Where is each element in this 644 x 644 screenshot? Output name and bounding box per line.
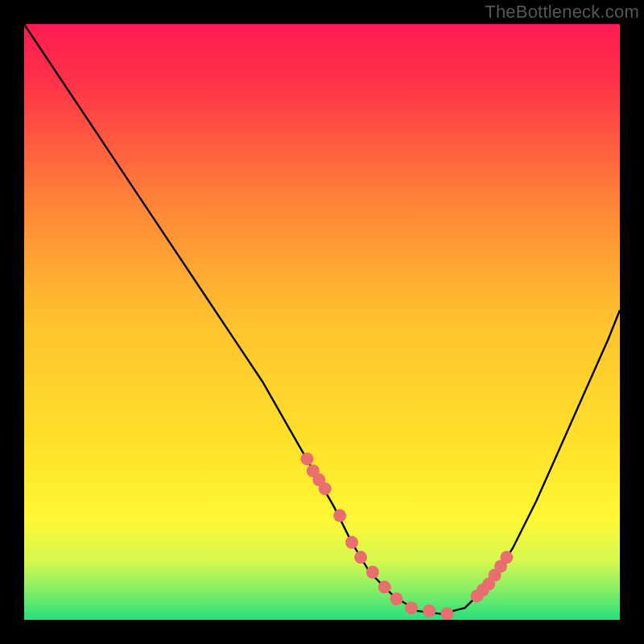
data-dot	[390, 592, 403, 605]
data-dot	[301, 452, 314, 465]
chart-frame: TheBottleneck.com	[0, 0, 644, 644]
data-dot	[440, 608, 453, 620]
data-dot	[354, 551, 367, 564]
chart-svg	[24, 24, 620, 620]
data-dot	[333, 510, 346, 522]
data-dot	[423, 605, 436, 617]
data-dot	[378, 580, 391, 593]
data-dot	[319, 482, 332, 495]
data-dot	[405, 601, 418, 614]
data-dot	[500, 551, 513, 564]
data-dot	[366, 566, 379, 579]
data-dot	[345, 536, 358, 549]
watermark-text: TheBottleneck.com	[485, 2, 639, 23]
plot-area	[24, 24, 620, 620]
gradient-background	[24, 24, 620, 620]
